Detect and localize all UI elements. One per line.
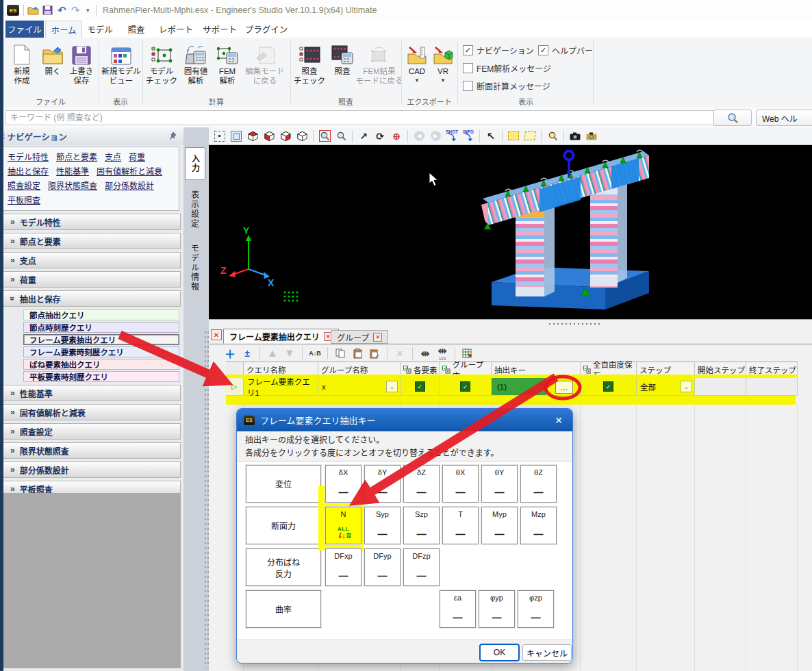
cad-export-button[interactable]: CAD ▼ <box>404 40 430 84</box>
new-file-button[interactable]: 新規作成 <box>7 40 37 86</box>
nav-tree-item-4[interactable]: ばね要素抽出クエリ <box>23 359 179 370</box>
nav-link-6[interactable]: 固有値解析と減衰 <box>97 165 162 177</box>
cell-start-step[interactable] <box>695 378 746 396</box>
paste-insert-icon[interactable] <box>368 347 381 359</box>
shot-icon[interactable]: SHOT⤵ <box>445 129 459 143</box>
cad-dropdown-icon[interactable]: ▼ <box>414 77 420 84</box>
side-tab-display-settings[interactable]: 表示設定 <box>185 185 204 234</box>
view-cube-iso-icon[interactable] <box>246 129 259 143</box>
dropdown-icon[interactable]: ⌄ <box>681 381 692 392</box>
tab-file[interactable]: ファイル <box>5 21 44 38</box>
zoom-target-icon[interactable]: ⊕ <box>390 129 403 143</box>
component-cell-DFyp[interactable]: DFyp— <box>364 548 401 586</box>
tab-group[interactable]: グループ✕ <box>331 330 388 344</box>
ok-button[interactable]: OK <box>480 644 519 661</box>
nav-section-4[interactable]: »抽出と保存 <box>3 290 181 307</box>
nav-link-5[interactable]: 性能基準 <box>56 165 89 177</box>
nav-link-4[interactable]: 抽出と保存 <box>8 165 49 177</box>
tab-1[interactable]: モデル <box>82 21 118 38</box>
cell-group-name[interactable]: x⌄ <box>318 378 401 396</box>
dialog-title-bar[interactable]: ES フレーム要素クエリ抽出キー ✕ <box>237 409 572 431</box>
side-tab-model-info[interactable]: モデル情報 <box>185 241 204 294</box>
vr-dropdown-icon[interactable]: ▼ <box>440 77 446 84</box>
nav-link-3[interactable]: 荷重 <box>129 151 145 162</box>
move-down-icon[interactable]: ▼ <box>283 347 296 359</box>
nav-section-2[interactable]: »支点 <box>3 252 181 268</box>
open-file-icon[interactable] <box>27 3 39 17</box>
table-row[interactable]: ▷ フレーム要素クエリ1 x⌄ ✓ ✓ (1) … ✓ 全部⌄ <box>226 378 798 396</box>
tab-frame-element-query[interactable]: フレーム要素抽出クエリ✕ <box>223 329 339 344</box>
component-cell-εa[interactable]: εa— <box>440 590 476 628</box>
nav-tree-item-1[interactable]: 節点時刻歴クエリ <box>23 322 179 333</box>
component-cell-Syp[interactable]: Syp— <box>364 507 401 544</box>
checkbox-fem-message[interactable]: FEM解析メッセージ <box>463 62 551 74</box>
tab-2[interactable]: 照査 <box>119 21 153 38</box>
cancel-button[interactable]: キャンセル <box>522 644 572 661</box>
tab-3[interactable]: レポート <box>155 21 197 38</box>
tab-home[interactable]: ホーム <box>45 21 82 38</box>
component-cell-δZ[interactable]: δZ— <box>403 465 440 503</box>
cell-each-element[interactable]: ✓ <box>401 378 440 396</box>
dropdown-icon[interactable]: ⌄ <box>386 381 398 392</box>
component-cell-δY[interactable]: δY— <box>364 465 401 503</box>
component-cell-θY[interactable]: θY— <box>481 465 518 503</box>
fence-select-poly-icon[interactable] <box>523 129 537 143</box>
rotate-view-icon[interactable]: ⟳ <box>373 129 387 143</box>
component-cell-DFzp[interactable]: DFzp— <box>403 548 440 586</box>
view-cube-free-icon[interactable] <box>295 129 309 143</box>
nav-section-9[interactable]: »部分係数設計 <box>3 461 181 478</box>
eigenvalue-analysis-button[interactable]: f 固有値解析 <box>179 40 212 86</box>
vr-export-button[interactable]: VR ▼ <box>431 40 455 84</box>
undo-icon[interactable]: ↶ <box>58 3 66 17</box>
pan-icon[interactable]: ↗ <box>357 129 370 143</box>
find-icon[interactable] <box>546 129 559 143</box>
cell-query-name[interactable]: フレーム要素クエリ1 <box>244 378 318 396</box>
splitter-handle[interactable] <box>203 329 209 668</box>
nav-link-0[interactable]: モデル特性 <box>8 151 49 162</box>
dialog-close-icon[interactable]: ✕ <box>552 415 566 426</box>
select-region-icon[interactable] <box>213 129 227 143</box>
zoom-extents-icon[interactable] <box>229 129 243 143</box>
model-check-button[interactable]: circle モデルチェック <box>145 40 178 86</box>
nav-tree-item-0[interactable]: 節点抽出クエリ <box>23 309 179 320</box>
app-logo-icon[interactable]: ES <box>7 3 19 17</box>
nav-tree-item-5[interactable]: 平板要素時刻歴クエリ <box>23 371 179 382</box>
nav-section-0[interactable]: »モデル特性 <box>3 214 181 230</box>
more-button[interactable]: … <box>555 381 573 394</box>
checkbox-help-bar[interactable]: ✓ヘルプバー <box>538 45 593 56</box>
cell-step[interactable]: 全部⌄ <box>637 378 695 396</box>
zoom-in-icon[interactable] <box>318 129 331 143</box>
view-cube-top-icon[interactable] <box>262 129 276 143</box>
nav-link-9[interactable]: 部分係数設計 <box>105 179 154 191</box>
nav-section-5[interactable]: »性能基準 <box>3 385 181 401</box>
add-row-icon[interactable]: ＋ <box>224 347 236 359</box>
cell-all-dof[interactable]: ✓ <box>581 378 637 396</box>
nav-tree-item-3[interactable]: フレーム要素時刻歴クエリ <box>23 346 179 357</box>
component-cell-φzp[interactable]: φzp— <box>518 590 554 628</box>
delete-icon[interactable]: ✕ <box>394 347 406 359</box>
redo-icon[interactable]: ↷ <box>71 3 80 17</box>
verification-check-button[interactable]: 照査チェック <box>293 40 326 86</box>
nav-tree-item-2[interactable]: フレーム要素抽出クエリ <box>23 334 179 345</box>
component-cell-N[interactable]: NALL⇂↓⇅ <box>325 507 361 544</box>
fit-width-number-icon[interactable]: ⇹123 <box>436 347 448 359</box>
keyword-search-input[interactable] <box>5 110 715 125</box>
snapshot-icon[interactable] <box>568 129 582 143</box>
component-cell-θX[interactable]: θX— <box>442 465 479 503</box>
cell-end-step[interactable] <box>746 378 798 396</box>
cell-in-group[interactable]: ✓ <box>440 378 492 396</box>
zoom-out-icon[interactable] <box>334 129 348 143</box>
quick-access-dropdown-icon[interactable]: ▾ <box>86 3 90 17</box>
history-forward-icon[interactable]: ▶ <box>429 129 442 143</box>
sort-icon[interactable]: A↓B <box>309 347 321 359</box>
nav-section-6[interactable]: »固有値解析と減衰 <box>3 404 181 420</box>
nav-link-2[interactable]: 支点 <box>105 151 121 162</box>
component-cell-δX[interactable]: δX— <box>325 465 361 503</box>
nav-link-8[interactable]: 限界状態照査 <box>48 179 97 191</box>
save-icon[interactable] <box>42 3 53 17</box>
add-row-end-icon[interactable]: ± <box>241 347 253 359</box>
nav-section-1[interactable]: »節点と要素 <box>3 233 181 249</box>
save-button[interactable]: 上書き保存 <box>67 40 96 86</box>
search-button[interactable] <box>713 110 752 126</box>
nav-section-8[interactable]: »限界状態照査 <box>3 442 181 459</box>
